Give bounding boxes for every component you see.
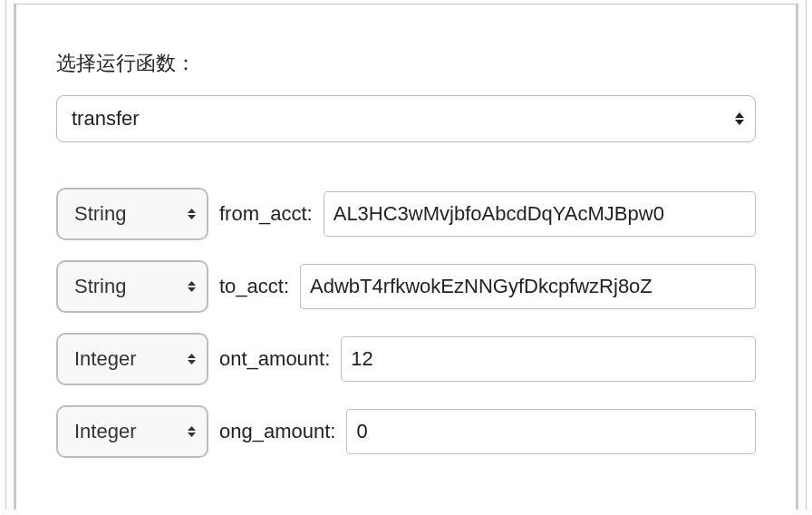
svg-marker-3 bbox=[188, 215, 196, 219]
svg-marker-6 bbox=[188, 354, 196, 358]
svg-marker-2 bbox=[188, 209, 196, 213]
form-panel: 选择运行函数： transfer String bbox=[14, 4, 798, 510]
chevron-updown-icon bbox=[735, 112, 744, 125]
svg-marker-4 bbox=[188, 281, 196, 286]
svg-marker-9 bbox=[188, 432, 196, 437]
param-type-value: Integer bbox=[74, 347, 137, 371]
param-type-value: Integer bbox=[74, 420, 137, 443]
param-row: String to_acct: bbox=[56, 260, 756, 313]
function-select-value: transfer bbox=[72, 107, 140, 131]
chevron-updown-icon bbox=[188, 209, 196, 219]
outer-frame: 选择运行函数： transfer String bbox=[5, 0, 807, 510]
section-label: 选择运行函数： bbox=[56, 50, 756, 77]
param-type-value: String bbox=[74, 202, 126, 226]
param-value-input[interactable] bbox=[346, 409, 756, 454]
param-label: to_acct: bbox=[219, 275, 289, 298]
svg-marker-8 bbox=[188, 426, 196, 431]
svg-marker-0 bbox=[735, 112, 744, 118]
param-type-select[interactable]: String bbox=[56, 188, 208, 240]
param-label: ong_amount: bbox=[219, 420, 335, 443]
param-value-input[interactable] bbox=[324, 191, 756, 237]
param-type-select[interactable]: Integer bbox=[56, 333, 208, 385]
function-select[interactable]: transfer bbox=[56, 95, 756, 142]
chevron-updown-icon bbox=[188, 354, 196, 364]
svg-marker-1 bbox=[735, 120, 744, 125]
param-type-value: String bbox=[74, 275, 126, 298]
param-type-select[interactable]: Integer bbox=[56, 405, 208, 458]
chevron-updown-icon bbox=[188, 281, 196, 292]
param-label: ont_amount: bbox=[219, 347, 330, 371]
param-row: String from_acct: bbox=[56, 188, 756, 240]
param-label: from_acct: bbox=[219, 202, 313, 226]
svg-marker-7 bbox=[188, 360, 196, 364]
params-list: String from_acct: String bbox=[56, 188, 756, 458]
param-value-input[interactable] bbox=[300, 264, 756, 309]
param-row: Integer ong_amount: bbox=[56, 405, 756, 458]
param-value-input[interactable] bbox=[341, 336, 756, 382]
param-row: Integer ont_amount: bbox=[56, 333, 756, 385]
chevron-updown-icon bbox=[188, 426, 196, 437]
svg-marker-5 bbox=[188, 287, 196, 292]
param-type-select[interactable]: String bbox=[56, 260, 208, 313]
